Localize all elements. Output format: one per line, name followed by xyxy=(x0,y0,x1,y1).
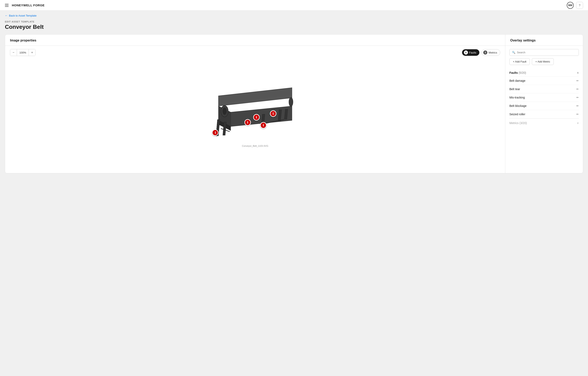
metrics-section-header[interactable]: Metrics (3/20) ∨ xyxy=(509,118,579,127)
page-title: Conveyor Belt xyxy=(5,24,583,30)
header-left: HONEYWELL FORGE xyxy=(5,3,45,7)
conveyor-belt-image xyxy=(206,79,304,141)
help-button[interactable]: ? xyxy=(576,2,583,9)
left-panel: Image properties − 100% + 5 Faults 3 xyxy=(5,34,505,173)
overlay-settings-header: Overlay settings xyxy=(505,34,583,46)
svg-point-12 xyxy=(222,108,227,115)
edit-fault-belt-damage-icon[interactable]: ✏ xyxy=(576,79,579,82)
overlay-controls: 🔍 + Add Fault + Add Metric xyxy=(505,46,583,68)
faults-chevron-icon: ∧ xyxy=(577,71,579,74)
faults-section-count: (5/20) xyxy=(519,71,526,74)
faults-section-header[interactable]: Faults (5/20) ∧ xyxy=(509,68,579,77)
zoom-out-button[interactable]: − xyxy=(10,49,17,56)
faults-list: Belt damage ✏ Belt tear ✏ Mis-tracking ✏… xyxy=(509,77,579,118)
zoom-in-button[interactable]: + xyxy=(29,49,35,56)
faults-section-title: Faults (5/20) xyxy=(509,71,526,74)
search-icon: 🔍 xyxy=(512,51,515,54)
overlay-list: Faults (5/20) ∧ Belt damage ✏ Belt tear … xyxy=(505,68,583,173)
back-link-label: Back to Asset Template xyxy=(9,14,37,17)
edit-fault-belt-tear-icon[interactable]: ✏ xyxy=(576,88,579,91)
edit-fault-mis-tracking-icon[interactable]: ✏ xyxy=(576,96,579,99)
page-subtitle: EDIT ASSET TEMPLATE xyxy=(5,21,583,23)
fault-item-label: Belt blockage xyxy=(509,104,526,108)
header-right: MM ? xyxy=(567,2,583,9)
fault-marker-4[interactable] xyxy=(260,122,267,129)
metrics-section-title: Metrics (3/20) xyxy=(509,122,527,125)
svg-point-13 xyxy=(289,98,293,106)
metrics-badge[interactable]: 3 Metrics xyxy=(482,49,500,56)
faults-label: Faults xyxy=(469,51,476,54)
add-metric-button[interactable]: + Add Metric xyxy=(532,58,554,65)
back-arrow-icon: ← xyxy=(5,14,8,17)
fault-item-belt-blockage: Belt blockage ✏ xyxy=(509,101,579,110)
fault-item-seized-roller: Seized roller ✏ xyxy=(509,110,579,118)
right-panel: Overlay settings 🔍 + Add Fault + Add Met… xyxy=(505,34,583,173)
edit-fault-seized-roller-icon[interactable]: ✏ xyxy=(576,113,579,116)
search-box: 🔍 xyxy=(509,49,579,56)
fault-marker-2[interactable] xyxy=(244,119,251,126)
metrics-count: 3 xyxy=(483,50,487,55)
image-toolbar: − 100% + 5 Faults 3 Metrics xyxy=(5,46,505,59)
conveyor-container: Conveyor_Belt_1103.SVG xyxy=(206,79,304,153)
fault-item-label: Mis-tracking xyxy=(509,96,525,99)
edit-fault-belt-blockage-icon[interactable]: ✏ xyxy=(576,104,579,108)
fault-item-belt-damage: Belt damage ✏ xyxy=(509,77,579,85)
fault-item-mis-tracking: Mis-tracking ✏ xyxy=(509,93,579,101)
search-input[interactable] xyxy=(517,51,576,54)
metrics-section-count: (3/20) xyxy=(519,122,527,125)
fault-item-belt-tear: Belt tear ✏ xyxy=(509,85,579,93)
metrics-label: Metrics xyxy=(489,51,497,54)
faults-count: 5 xyxy=(464,50,468,55)
filename-label: Conveyor_Belt_1103.SVG xyxy=(206,145,304,147)
brand-logo: HONEYWELL FORGE xyxy=(12,3,45,7)
page-container: ← Back to Asset Template EDIT ASSET TEMP… xyxy=(0,11,588,178)
faults-badge[interactable]: 5 Faults xyxy=(462,49,479,56)
image-properties-header: Image properties xyxy=(5,34,505,46)
zoom-value: 100% xyxy=(17,49,29,56)
overlay-badges: 5 Faults 3 Metrics xyxy=(462,49,500,56)
fault-item-label: Belt damage xyxy=(509,79,525,82)
fault-marker-5[interactable] xyxy=(270,110,276,117)
app-header: HONEYWELL FORGE MM ? xyxy=(0,0,588,11)
fault-marker-3[interactable] xyxy=(253,114,260,121)
page-title-area: EDIT ASSET TEMPLATE Conveyor Belt xyxy=(5,21,583,30)
metrics-chevron-icon: ∨ xyxy=(577,122,579,124)
back-link[interactable]: ← Back to Asset Template xyxy=(5,14,583,17)
fault-item-label: Belt tear xyxy=(509,88,520,91)
main-card: Image properties − 100% + 5 Faults 3 xyxy=(5,34,583,173)
add-fault-button[interactable]: + Add Fault xyxy=(509,58,530,65)
fault-item-label: Seized roller xyxy=(509,113,525,116)
action-buttons: + Add Fault + Add Metric xyxy=(509,58,579,65)
image-area: Conveyor_Belt_1103.SVG xyxy=(5,59,505,173)
menu-icon[interactable] xyxy=(5,4,9,7)
zoom-control: − 100% + xyxy=(10,49,35,56)
avatar[interactable]: MM xyxy=(567,2,574,9)
